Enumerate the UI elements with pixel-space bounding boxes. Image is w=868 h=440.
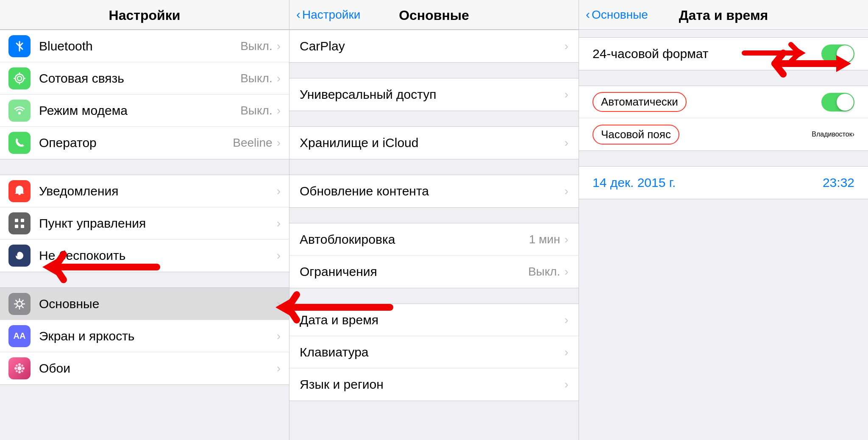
- row-general[interactable]: Основные ›: [0, 288, 289, 320]
- middle-back-label: Настройки: [302, 8, 360, 22]
- row-control-center[interactable]: Пункт управления ›: [0, 207, 289, 239]
- middle-back-button[interactable]: ‹ Настройки: [296, 8, 360, 22]
- content-update-chevron: ›: [565, 184, 568, 198]
- row-restrictions[interactable]: Ограничения Выкл. ›: [289, 256, 579, 288]
- row-operator[interactable]: Оператор Beeline ›: [0, 127, 289, 159]
- row-accessibility[interactable]: Универсальный доступ ›: [289, 78, 579, 111]
- cellular-chevron: ›: [277, 72, 281, 85]
- hotspot-label: Режим модема: [39, 103, 240, 118]
- keyboard-chevron: ›: [565, 345, 568, 359]
- dnd-chevron: ›: [277, 249, 281, 262]
- row-content-update[interactable]: Обновление контента ›: [289, 175, 579, 207]
- row-wallpaper[interactable]: Обои ›: [0, 352, 289, 384]
- autolock-value: 1 мин: [529, 233, 560, 246]
- middle-panel-content: CarPlay › Универсальный доступ › Хранили…: [289, 30, 579, 440]
- datetime-display-row[interactable]: 14 дек. 2015 г. 23:32: [579, 167, 868, 199]
- row-24h: 24-часовой формат: [579, 38, 868, 70]
- svg-point-17: [16, 365, 18, 367]
- display-icon-text: AA: [14, 331, 26, 341]
- left-section-3: Основные › AA Экран и яркость ›: [0, 287, 289, 385]
- row-autolock[interactable]: Автоблокировка 1 мин ›: [289, 223, 579, 256]
- display-label: Экран и яркость: [39, 329, 277, 343]
- middle-back-chevron: ‹: [296, 7, 300, 22]
- row-cellular[interactable]: Сотовая связь Выкл. ›: [0, 62, 289, 95]
- accessibility-chevron: ›: [565, 88, 568, 101]
- left-panel-content: Bluetooth Выкл. ›: [0, 30, 289, 440]
- left-panel: Настройки Bluetooth Выкл. ›: [0, 0, 289, 440]
- notifications-chevron: ›: [277, 184, 281, 198]
- middle-section-carplay: CarPlay ›: [289, 30, 579, 63]
- right-section-24h: 24-часовой формат: [579, 37, 868, 70]
- carplay-chevron: ›: [565, 39, 568, 53]
- svg-point-20: [21, 370, 23, 372]
- right-panel-header: ‹ Основные Дата и время: [579, 0, 868, 30]
- auto-badge: Автоматически: [593, 92, 687, 112]
- row-dnd[interactable]: Не беспокоить ›: [0, 239, 289, 272]
- row-carplay[interactable]: CarPlay ›: [289, 30, 579, 62]
- svg-point-1: [17, 76, 22, 81]
- toggle-24h[interactable]: [821, 45, 854, 63]
- row-timezone[interactable]: Часовой пояс Владивосток ›: [579, 118, 868, 150]
- general-icon: [8, 293, 31, 315]
- svg-point-0: [15, 74, 24, 83]
- middle-panel-title: Основные: [399, 8, 469, 23]
- cellular-label: Сотовая связь: [39, 71, 240, 86]
- notifications-label: Уведомления: [39, 184, 277, 198]
- toggle-24h-knob: [837, 45, 854, 62]
- 24h-label: 24-часовой формат: [593, 47, 821, 61]
- display-icon: AA: [8, 325, 31, 347]
- control-center-label: Пункт управления: [39, 216, 277, 231]
- svg-point-13: [18, 363, 21, 366]
- left-section-1: Bluetooth Выкл. ›: [0, 30, 289, 159]
- svg-rect-8: [21, 219, 24, 222]
- row-language[interactable]: Язык и регион ›: [289, 368, 579, 401]
- storage-chevron: ›: [565, 136, 568, 150]
- svg-rect-9: [15, 225, 18, 228]
- svg-point-16: [22, 367, 25, 370]
- right-panel-content: 24-часовой формат: [579, 30, 868, 440]
- datetime-chevron: ›: [565, 313, 568, 327]
- right-back-chevron: ‹: [586, 7, 590, 22]
- row-display[interactable]: AA Экран и яркость ›: [0, 320, 289, 352]
- row-notifications[interactable]: Уведомления ›: [0, 175, 289, 207]
- carplay-label: CarPlay: [300, 39, 565, 53]
- right-panel: ‹ Основные Дата и время 24-часовой форма…: [579, 0, 868, 440]
- right-section-datetime-display: 14 дек. 2015 г. 23:32: [579, 166, 868, 199]
- 24h-toggle-area: [821, 45, 854, 63]
- row-hotspot[interactable]: Режим модема Выкл. ›: [0, 95, 289, 127]
- control-center-icon: [8, 212, 31, 234]
- row-bluetooth[interactable]: Bluetooth Выкл. ›: [0, 30, 289, 62]
- restrictions-chevron: ›: [565, 265, 568, 278]
- row-datetime[interactable]: Дата и время ›: [289, 304, 579, 336]
- cellular-value: Выкл.: [240, 72, 272, 85]
- right-back-label: Основные: [592, 8, 648, 22]
- operator-label: Оператор: [39, 136, 233, 150]
- general-chevron: ›: [277, 297, 281, 311]
- left-panel-title: Настройки: [109, 8, 181, 23]
- middle-section-accessibility: Универсальный доступ ›: [289, 78, 579, 111]
- autolock-chevron: ›: [565, 233, 568, 246]
- row-keyboard[interactable]: Клавиатура ›: [289, 336, 579, 368]
- operator-value: Beeline: [233, 136, 272, 150]
- svg-rect-10: [21, 225, 24, 228]
- timezone-badge: Часовой пояс: [593, 125, 679, 145]
- right-panel-title: Дата и время: [679, 8, 768, 23]
- dnd-label: Не беспокоить: [39, 248, 277, 263]
- hotspot-icon: [8, 100, 31, 122]
- timezone-chevron: ›: [852, 131, 854, 138]
- right-back-button[interactable]: ‹ Основные: [586, 8, 648, 22]
- language-chevron: ›: [565, 378, 568, 391]
- autolock-label: Автоблокировка: [300, 232, 529, 247]
- language-label: Язык и регион: [300, 377, 565, 392]
- row-storage[interactable]: Хранилище и iCloud ›: [289, 127, 579, 159]
- datetime-time: 23:32: [823, 175, 854, 190]
- restrictions-value: Выкл.: [528, 265, 560, 278]
- left-section-2: Уведомления › Пункт управления ›: [0, 175, 289, 272]
- svg-point-6: [18, 112, 21, 114]
- middle-section-storage: Хранилище и iCloud ›: [289, 126, 579, 159]
- restrictions-label: Ограничения: [300, 265, 528, 279]
- storage-label: Хранилище и iCloud: [300, 136, 565, 150]
- general-label: Основные: [39, 297, 277, 311]
- toggle-auto[interactable]: [821, 93, 854, 111]
- content-update-label: Обновление контента: [300, 184, 565, 198]
